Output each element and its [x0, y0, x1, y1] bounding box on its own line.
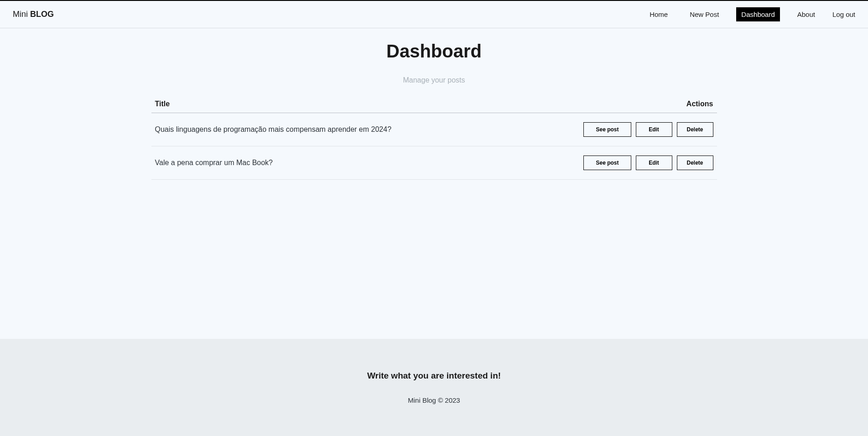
post-actions: See postEditDelete	[583, 122, 713, 137]
column-header-actions: Actions	[686, 100, 713, 108]
page-subtitle: Manage your posts	[0, 76, 868, 84]
post-actions: See postEditDelete	[583, 156, 713, 170]
delete-post-button[interactable]: Delete	[677, 156, 713, 170]
page-title: Dashboard	[0, 41, 868, 62]
post-title: Vale a pena comprar um Mac Book?	[155, 159, 273, 167]
posts-container: Title Actions Quais linguagens de progra…	[147, 96, 722, 180]
nav-about[interactable]: About	[793, 8, 820, 21]
column-header-title: Title	[155, 100, 170, 108]
footer-heading: Write what you are interested in!	[9, 371, 859, 381]
brand-logo[interactable]: Mini BLOG	[13, 10, 54, 19]
footer: Write what you are interested in! Mini B…	[0, 339, 868, 436]
logout-button[interactable]: Log out	[832, 10, 855, 18]
brand-light: Mini	[13, 10, 30, 19]
posts-table-body: Quais linguagens de programação mais com…	[151, 113, 717, 180]
see-post-button[interactable]: See post	[583, 156, 631, 170]
footer-copyright: Mini Blog © 2023	[9, 396, 859, 404]
nav-links: Home New Post Dashboard About Log out	[645, 7, 855, 21]
edit-post-button[interactable]: Edit	[636, 122, 672, 137]
main-content: Dashboard Manage your posts Title Action…	[0, 28, 868, 339]
edit-post-button[interactable]: Edit	[636, 156, 672, 170]
nav-new-post[interactable]: New Post	[685, 8, 723, 21]
nav-dashboard[interactable]: Dashboard	[736, 7, 780, 21]
post-title: Quais linguagens de programação mais com…	[155, 125, 392, 134]
posts-table-header: Title Actions	[151, 96, 717, 113]
table-row: Quais linguagens de programação mais com…	[151, 113, 717, 146]
table-row: Vale a pena comprar um Mac Book?See post…	[151, 146, 717, 180]
nav-home[interactable]: Home	[645, 8, 672, 21]
delete-post-button[interactable]: Delete	[677, 122, 713, 137]
see-post-button[interactable]: See post	[583, 122, 631, 137]
brand-bold: BLOG	[30, 10, 54, 19]
top-navbar: Mini BLOG Home New Post Dashboard About …	[0, 1, 868, 28]
